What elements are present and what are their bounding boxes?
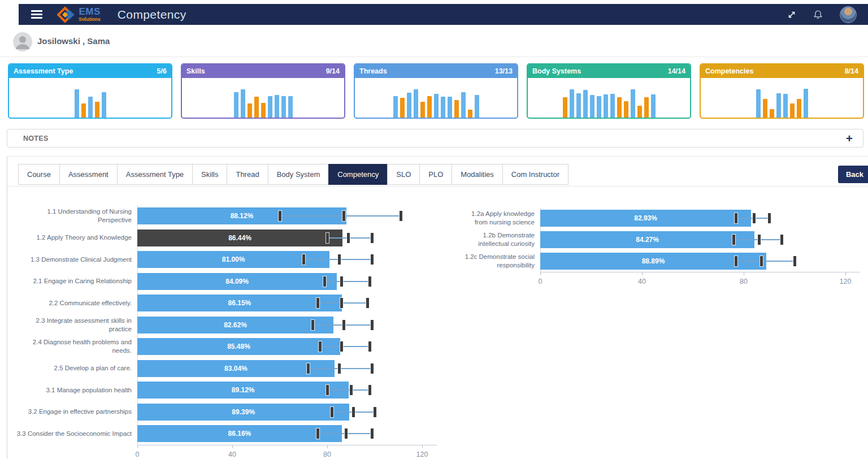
mini-bar bbox=[288, 96, 293, 118]
hamburger-menu-icon[interactable] bbox=[31, 8, 42, 20]
mini-bar bbox=[454, 100, 459, 118]
mini-bar bbox=[644, 97, 649, 118]
value-bar[interactable]: 86.16% bbox=[137, 425, 342, 442]
value-bar[interactable]: 88.89% bbox=[540, 253, 766, 270]
axis-tick-label: 0 bbox=[529, 278, 552, 285]
category-label: 1.2c Demonstrate social responsibility bbox=[458, 253, 540, 270]
value-bar[interactable]: 84.09% bbox=[137, 273, 337, 290]
card-header: Body Systems14/14 bbox=[528, 64, 690, 78]
tab-skills[interactable]: Skills bbox=[192, 164, 227, 185]
expand-icon[interactable] bbox=[787, 10, 796, 19]
card-mini-chart bbox=[355, 78, 517, 118]
chart-row: 2.2 Communicate effectively.86.15% bbox=[12, 292, 431, 314]
mini-bar bbox=[254, 97, 259, 118]
profile-avatar[interactable] bbox=[840, 6, 857, 23]
value-bar[interactable]: 85.48% bbox=[137, 338, 340, 355]
category-label: 2.2 Communicate effectively. bbox=[12, 299, 137, 308]
value-bar[interactable]: 89.39% bbox=[137, 404, 349, 421]
summary-card-body-systems[interactable]: Body Systems14/14 bbox=[527, 63, 691, 119]
mini-bar bbox=[268, 96, 272, 118]
summary-card-competencies[interactable]: Competencies8/14 bbox=[700, 63, 864, 119]
bar-value-label: 86.44% bbox=[137, 229, 342, 246]
notifications-bell-icon[interactable] bbox=[813, 10, 823, 20]
mini-bar bbox=[770, 109, 774, 118]
whisker-cap bbox=[371, 363, 374, 374]
category-label: 1.2b Demonstrate intellectual curiosity bbox=[458, 231, 540, 248]
category-label: 2.1 Engage in Caring Relationship bbox=[12, 277, 137, 285]
whisker-cap bbox=[368, 385, 371, 395]
whisker-cap bbox=[338, 363, 341, 374]
axis-tick-label: 0 bbox=[126, 451, 149, 458]
axis-tick bbox=[137, 445, 138, 448]
whisker-cap bbox=[311, 320, 314, 330]
card-header: Skills9/14 bbox=[182, 64, 344, 78]
whisker-cap bbox=[340, 276, 343, 287]
mini-bar bbox=[617, 97, 622, 118]
tab-course[interactable]: Course bbox=[18, 164, 60, 185]
whisker-cap bbox=[760, 256, 763, 266]
summary-card-threads[interactable]: Threads13/13 bbox=[354, 63, 518, 119]
bar-value-label: 82.93% bbox=[540, 210, 751, 227]
whisker-cap bbox=[279, 211, 281, 221]
mini-bar bbox=[468, 110, 472, 118]
whisker-cap bbox=[371, 254, 374, 265]
value-bar[interactable]: 84.27% bbox=[540, 231, 754, 248]
back-button[interactable]: Back bbox=[838, 166, 868, 183]
chart-row: 2.5 Develop a plan of care.83.04% bbox=[12, 358, 431, 380]
whisker-cap bbox=[758, 235, 761, 245]
tab-modalities[interactable]: Modalities bbox=[452, 164, 503, 185]
value-bar[interactable]: 89.12% bbox=[137, 382, 349, 399]
value-bar[interactable]: 86.15% bbox=[137, 295, 342, 311]
chart-row: 3.2 Engage in effective partnerships89.3… bbox=[12, 401, 431, 423]
axis-tick bbox=[845, 272, 846, 275]
value-bar[interactable]: 86.44% bbox=[137, 229, 342, 246]
whisker-cap bbox=[371, 428, 374, 439]
bar-value-label: 86.15% bbox=[137, 295, 342, 311]
whisker-cap bbox=[326, 385, 329, 395]
mini-bar bbox=[776, 93, 781, 118]
value-bar[interactable]: 82.62% bbox=[137, 317, 333, 334]
tab-thread[interactable]: Thread bbox=[227, 164, 268, 185]
whisker-cap bbox=[323, 276, 326, 287]
mini-bar bbox=[414, 89, 418, 118]
axis-tick bbox=[327, 445, 328, 448]
value-bar[interactable]: 82.93% bbox=[540, 210, 751, 227]
results-panel: CourseAssessmentAssessment TypeSkillsThr… bbox=[7, 156, 868, 459]
chart-row: 3.1 Manage population health89.12% bbox=[12, 379, 431, 401]
mini-bar bbox=[797, 99, 801, 118]
whisker-cap bbox=[735, 256, 737, 266]
whisker-cap bbox=[400, 211, 402, 221]
notes-panel[interactable]: NOTES + bbox=[7, 129, 863, 148]
tab-slo[interactable]: SLO bbox=[387, 164, 420, 185]
bar-value-label: 83.04% bbox=[137, 360, 335, 377]
axis-tick-label: 80 bbox=[732, 278, 755, 285]
tab-body-system[interactable]: Body System bbox=[268, 164, 329, 185]
chart-row: 1.3 Demonstrate Clinical Judgment81.00% bbox=[12, 249, 431, 271]
tab-assessment-type[interactable]: Assessment Type bbox=[117, 164, 193, 185]
chart-x-axis: 04080120 bbox=[137, 445, 437, 459]
mini-bar bbox=[624, 101, 628, 118]
axis-tick-label: 120 bbox=[411, 451, 433, 458]
summary-card-skills[interactable]: Skills9/14 bbox=[181, 63, 345, 119]
bar-value-label: 89.39% bbox=[137, 404, 349, 421]
value-bar[interactable]: 83.04% bbox=[137, 360, 335, 377]
competency-bar-chart: 1.1 Understanding of Nursing Perspective… bbox=[12, 205, 431, 459]
mini-bar bbox=[763, 99, 767, 118]
mini-bar bbox=[610, 94, 615, 118]
whisker-cap bbox=[366, 298, 369, 308]
whisker-cap bbox=[342, 211, 345, 221]
summary-card-assessment-type[interactable]: Assessment Type5/6 bbox=[8, 63, 172, 119]
card-count: 13/13 bbox=[495, 67, 513, 75]
tab-plo[interactable]: PLO bbox=[419, 164, 452, 185]
whisker-cap bbox=[326, 233, 329, 243]
whisker-cap bbox=[319, 341, 322, 352]
tab-assessment[interactable]: Assessment bbox=[59, 164, 118, 185]
card-mini-chart bbox=[701, 78, 863, 118]
whisker-cap bbox=[374, 407, 376, 417]
value-bar[interactable]: 81.00% bbox=[137, 251, 329, 268]
tab-competency[interactable]: Competency bbox=[328, 164, 388, 185]
tab-com-instructor[interactable]: Com Instructor bbox=[502, 164, 568, 185]
mini-bar bbox=[576, 93, 581, 118]
whisker-cap bbox=[340, 298, 343, 308]
add-note-icon[interactable]: + bbox=[846, 132, 853, 144]
